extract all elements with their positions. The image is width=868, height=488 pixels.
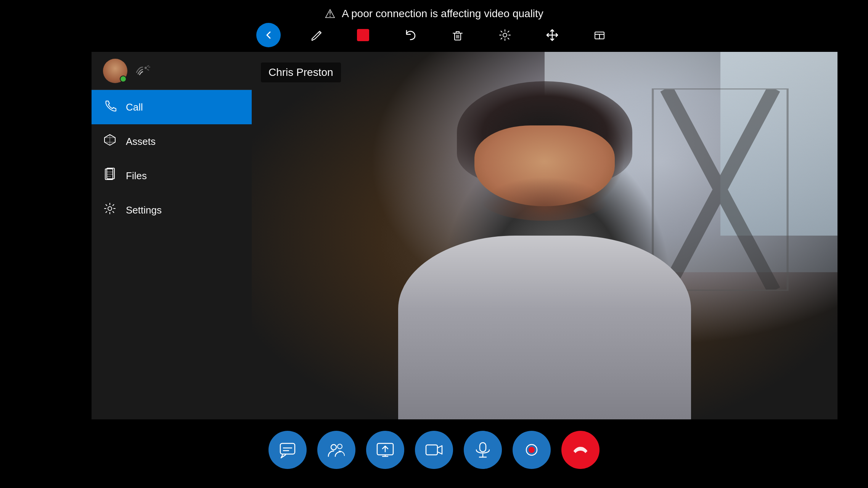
- nav-item-assets[interactable]: Assets: [92, 124, 252, 159]
- svg-point-3: [145, 67, 147, 69]
- nav-item-files[interactable]: Files: [92, 159, 252, 193]
- warning-text: A poor connection is affecting video qua…: [342, 8, 543, 20]
- nav-call-label: Call: [126, 101, 143, 113]
- svg-point-12: [338, 444, 342, 449]
- video-background: [252, 52, 837, 419]
- record-indicator-button[interactable]: [351, 23, 375, 47]
- svg-point-19: [529, 447, 535, 453]
- sidebar: Call Assets Files: [92, 52, 252, 419]
- assets-icon: [103, 133, 117, 150]
- svg-point-6: [108, 207, 112, 210]
- move-button[interactable]: [540, 23, 564, 47]
- delete-button[interactable]: [445, 23, 470, 47]
- end-call-button[interactable]: [561, 431, 600, 469]
- svg-rect-10: [280, 443, 295, 454]
- svg-point-11: [331, 445, 336, 450]
- camera-button[interactable]: [415, 431, 453, 469]
- toolbar-gear-button[interactable]: [493, 23, 517, 47]
- back-button[interactable]: [256, 23, 281, 47]
- undo-button[interactable]: [398, 23, 423, 47]
- chat-button[interactable]: [268, 431, 307, 469]
- nav-item-settings[interactable]: Settings: [92, 193, 252, 227]
- annotate-button[interactable]: [304, 23, 328, 47]
- caller-name-label: Chris Preston: [261, 63, 341, 82]
- svg-rect-14: [426, 445, 437, 455]
- online-badge: [120, 75, 127, 82]
- warning-icon: ⚠: [325, 6, 336, 21]
- call-icon: [103, 99, 117, 116]
- mic-button[interactable]: [464, 431, 502, 469]
- bottom-controls: [0, 427, 868, 473]
- nav-settings-label: Settings: [126, 204, 162, 216]
- settings-icon: [103, 202, 117, 218]
- svg-point-1: [503, 33, 507, 37]
- screen-share-button[interactable]: [366, 431, 404, 469]
- fit-button[interactable]: [587, 23, 612, 47]
- avatar: [103, 59, 127, 83]
- svg-rect-15: [480, 443, 486, 452]
- video-area: Chris Preston: [252, 52, 837, 419]
- main-layout: Call Assets Files: [92, 52, 837, 419]
- sidebar-header: [92, 52, 252, 90]
- toolbar: [0, 20, 868, 50]
- record-button[interactable]: [513, 431, 551, 469]
- nav-item-call[interactable]: Call: [92, 90, 252, 124]
- participants-button[interactable]: [317, 431, 355, 469]
- files-icon: [103, 167, 117, 184]
- signal-icon: [135, 63, 150, 78]
- nav-assets-label: Assets: [126, 136, 156, 148]
- nav-files-label: Files: [126, 170, 147, 182]
